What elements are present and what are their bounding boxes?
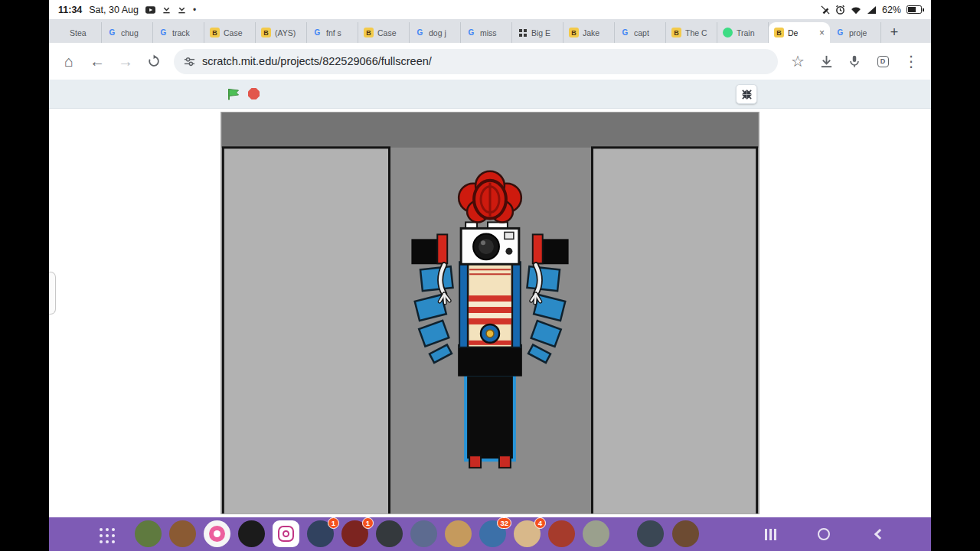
taskbar-app-9[interactable] — [410, 520, 437, 547]
stop-sign-icon[interactable] — [248, 88, 260, 99]
google-favicon: G — [312, 28, 322, 37]
google-favicon: G — [466, 28, 476, 37]
youtube-icon — [145, 6, 155, 14]
site-info-icon[interactable] — [184, 56, 195, 67]
tab-label: Case — [377, 28, 397, 37]
tab-capt[interactable]: Gcapt — [615, 22, 666, 43]
home-icon[interactable]: ⌂ — [60, 53, 77, 70]
tab-label: Big E — [531, 28, 550, 37]
google-favicon: G — [158, 28, 168, 37]
google-favicon: G — [107, 28, 117, 37]
tab-fnf-s[interactable]: Gfnf s — [307, 22, 358, 43]
tab-label: Stea — [70, 28, 87, 37]
tab-jake[interactable]: BJake — [564, 22, 615, 43]
taskbar-apps-right — [637, 520, 699, 547]
d-square-icon[interactable]: D — [874, 53, 891, 70]
tab-list: SteaGchugGtrackBCaseB(AYS)Gfnf sBCaseGdo… — [51, 22, 881, 43]
b-favicon: B — [364, 28, 374, 37]
google-favicon: G — [835, 28, 845, 37]
taskbar-app-1[interactable] — [135, 520, 162, 547]
tab--ays-[interactable]: B(AYS) — [256, 22, 307, 43]
tab-de[interactable]: BDe× — [769, 22, 830, 43]
scratch-page — [49, 109, 931, 517]
taskbar-app-4[interactable] — [238, 520, 265, 547]
wifi-icon — [851, 5, 861, 15]
tab-strip: SteaGchugGtrackBCaseB(AYS)Gfnf sBCaseGdo… — [49, 19, 931, 43]
status-right: 62% — [821, 5, 922, 15]
tab-big-e[interactable]: Big E — [512, 22, 564, 43]
left-wall — [223, 148, 389, 514]
app-drawer-icon[interactable] — [100, 528, 115, 543]
taskbar-app-15[interactable] — [637, 520, 664, 547]
battery-percent: 62% — [882, 5, 901, 15]
tab-chug[interactable]: Gchug — [102, 22, 153, 43]
star-icon[interactable]: ☆ — [789, 53, 806, 70]
taskbar-app-14[interactable] — [583, 520, 609, 547]
scratch-stage[interactable] — [220, 112, 760, 514]
grid-favicon — [518, 28, 528, 37]
b-favicon: B — [671, 28, 681, 37]
pencil-off-icon — [821, 5, 830, 15]
tab-label: Jake — [583, 28, 599, 37]
taskbar-app-12[interactable]: 4 — [514, 520, 541, 547]
taskbar-app-10[interactable] — [445, 520, 472, 547]
status-left: 11:34 Sat, 30 Aug • — [58, 5, 196, 15]
menu-icon[interactable]: ⋮ — [903, 53, 920, 70]
new-tab-button[interactable]: + — [881, 22, 907, 43]
tab-train[interactable]: Train — [717, 22, 769, 43]
google-favicon: G — [620, 28, 630, 37]
back-chevron-icon[interactable] — [874, 529, 885, 540]
tab-label: Case — [224, 28, 243, 37]
exit-fullscreen-button[interactable] — [736, 84, 757, 104]
mic-icon[interactable] — [846, 53, 863, 70]
taskbar-app-7[interactable]: 1 — [341, 520, 368, 547]
d-square-glyph: D — [877, 56, 889, 67]
tab-label: fnf s — [326, 28, 341, 37]
taskbar-app-11[interactable]: 32 — [479, 520, 506, 547]
taskbar-app-6[interactable]: 1 — [307, 520, 334, 547]
taskbar-app-2[interactable] — [169, 520, 196, 547]
reload-icon[interactable] — [145, 53, 162, 70]
tab-case[interactable]: BCase — [204, 22, 256, 43]
forward-icon[interactable]: → — [117, 53, 134, 70]
tab-label: (AYS) — [275, 28, 296, 37]
tab-case[interactable]: BCase — [358, 22, 410, 43]
tab-label: miss — [480, 28, 497, 37]
green-flag-icon[interactable] — [227, 87, 240, 101]
tab-label: capt — [634, 28, 649, 37]
nav-buttons — [769, 517, 884, 551]
tab-dog-j[interactable]: Gdog j — [410, 22, 461, 43]
tab-track[interactable]: Gtrack — [153, 22, 204, 43]
taskbar-apps: 11324 — [135, 520, 609, 547]
download-icon[interactable] — [818, 53, 835, 70]
tab-miss[interactable]: Gmiss — [461, 22, 512, 43]
tab-label: The C — [685, 28, 707, 37]
tab-proje[interactable]: Gproje — [830, 22, 881, 43]
tab-close-icon[interactable]: × — [819, 28, 825, 38]
notification-badge: 1 — [362, 517, 374, 529]
b-favicon: B — [210, 28, 220, 37]
date: Sat, 30 Aug — [89, 5, 139, 15]
back-icon[interactable]: ← — [89, 53, 106, 70]
scratch-control-bar — [49, 80, 931, 109]
edge-panel-handle[interactable] — [49, 272, 56, 315]
recents-icon[interactable] — [769, 529, 772, 540]
taskbar-app-3[interactable] — [204, 520, 230, 547]
download-done-icon — [178, 5, 186, 14]
tab-the-c[interactable]: BThe C — [666, 22, 717, 43]
taskbar-app-13[interactable] — [548, 520, 575, 547]
tab-label: De — [788, 28, 798, 37]
taskbar-app-5[interactable] — [273, 520, 299, 547]
notification-badge: 4 — [534, 517, 546, 529]
home-circle-icon[interactable] — [818, 528, 830, 540]
taskbar-app-8[interactable] — [376, 520, 403, 547]
notification-badge: 32 — [497, 517, 511, 529]
b-favicon: B — [261, 28, 271, 37]
google-favicon: G — [415, 28, 425, 37]
battery-fill — [908, 7, 916, 12]
taskbar-app-16[interactable] — [672, 520, 699, 547]
tab-label: Train — [737, 28, 755, 37]
tab-stea[interactable]: Stea — [51, 22, 102, 43]
status-bar: 11:34 Sat, 30 Aug • — [49, 0, 931, 19]
address-bar[interactable]: scratch.mit.edu/projects/822529066/fulls… — [174, 49, 778, 74]
